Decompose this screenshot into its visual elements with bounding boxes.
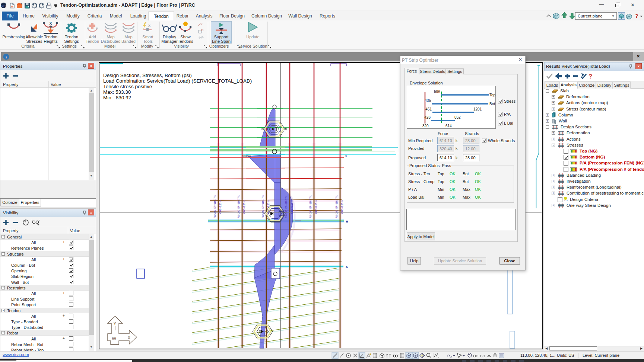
svg-text:Min: -830.92: Min: -830.92 [103,95,131,100]
svg-text:CGS=2.25 in: CGS=2.25 in [219,200,222,214]
svg-text:Y: Y [113,321,117,326]
svg-text:FS=200 EF=118.77 k: FS=200 EF=118.77 k [261,195,264,218]
svg-text:1201: 1201 [473,107,482,111]
svg-text:i: i [6,55,7,59]
svg-text:FS=200 EF=118.77 k: FS=200 EF=118.77 k [213,195,216,218]
svg-text:852: 852 [454,115,461,119]
svg-text:FS=200 EF=118.77 k: FS=200 EF=118.77 k [285,195,288,218]
svg-text:FS=200 EF=118.77 k: FS=200 EF=118.77 k [335,195,338,218]
svg-text:Bot: Bot [489,102,495,106]
svg-text:- MIDSPAN: - MIDSPAN [241,155,251,157]
svg-text:?: ? [589,73,592,80]
svg-text:Design Sections, Stresses, Bot: Design Sections, Stresses, Bottom (psi) [103,73,192,78]
svg-text:CGS=2.25 in: CGS=2.25 in [341,200,343,214]
svg-text:BR: BR [1,4,6,7]
svg-text:Load Combination: Service(Tota: Load Combination: Service(Total Load) (S… [103,78,252,84]
svg-text:CGS=2.25 in: CGS=2.25 in [291,200,293,214]
svg-text:320: 320 [422,124,429,128]
svg-text:426: 426 [424,115,431,119]
svg-text:614: 614 [445,124,452,128]
svg-text:?: ? [635,13,638,19]
svg-text:X: X [49,21,52,26]
svg-text:x: x [148,23,151,28]
svg-text:c: c [345,154,347,157]
svg-text:A: A [346,265,348,269]
svg-text:451: 451 [425,107,432,111]
svg-text:B: B [346,220,348,223]
svg-text:Top: Top [489,93,496,97]
svg-text:596: 596 [434,90,440,94]
svg-text:435: 435 [425,99,431,103]
svg-text:Max: 533.30: Max: 533.30 [103,89,131,95]
svg-text:FS=200 EF=118.77 k: FS=200 EF=118.77 k [309,195,312,218]
svg-text:X: X [127,335,131,340]
svg-text:FS=200 EF=118.77 k: FS=200 EF=118.77 k [237,195,240,218]
svg-text:CGS=2.25 in: CGS=2.25 in [243,200,245,214]
svg-text:W: W [112,336,117,341]
svg-text:Tensile stress positive: Tensile stress positive [103,84,152,89]
svg-text:CGS=2.25 in: CGS=2.25 in [315,200,317,214]
